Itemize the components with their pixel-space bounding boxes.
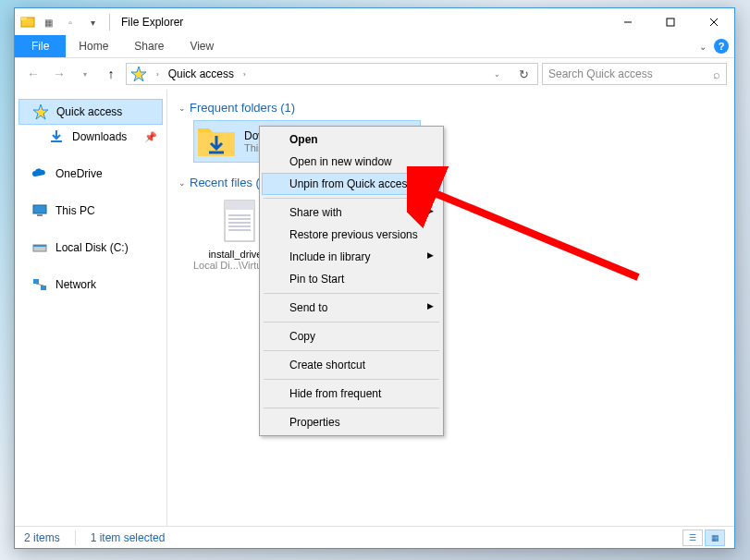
sidebar-item-label: OneDrive — [55, 167, 103, 180]
onedrive-icon — [31, 165, 48, 182]
ctx-pin-start[interactable]: Pin to Start — [262, 268, 441, 290]
maximize-button[interactable] — [648, 8, 693, 36]
ctx-separator — [264, 408, 439, 408]
svg-rect-1 — [21, 18, 27, 20]
svg-rect-11 — [33, 245, 46, 247]
status-separator — [75, 530, 76, 545]
address-bar[interactable]: › Quick access › ⌄ ↻ — [126, 63, 538, 85]
thispc-icon — [31, 202, 48, 219]
ctx-copy[interactable]: Copy — [262, 325, 441, 347]
tab-share[interactable]: Share — [121, 35, 177, 57]
ctx-open-new-window[interactable]: Open in new window — [262, 151, 441, 173]
tab-home[interactable]: Home — [66, 35, 121, 57]
file-menu[interactable]: File — [15, 35, 66, 57]
svg-rect-13 — [41, 286, 46, 290]
collapse-icon[interactable]: ⌄ — [178, 178, 186, 188]
statusbar: 2 items 1 item selected ☰ ▦ — [15, 526, 734, 548]
submenu-arrow-icon: ▶ — [427, 250, 434, 260]
search-icon: ⌕ — [713, 67, 720, 81]
pin-icon: 📌 — [144, 131, 157, 143]
ctx-include-library[interactable]: Include in library▶ — [262, 246, 441, 268]
view-toggle: ☰ ▦ — [682, 530, 725, 546]
content-pane: ⌄ Frequent folders (1) Downloads This PC… — [167, 90, 734, 526]
collapse-icon[interactable]: ⌄ — [178, 103, 186, 113]
folder-downloads-icon — [196, 123, 237, 160]
svg-marker-6 — [131, 67, 146, 81]
ctx-send-to[interactable]: Send to▶ — [262, 297, 441, 319]
submenu-arrow-icon: ▶ — [427, 206, 434, 215]
ctx-share-with[interactable]: Share with▶ — [262, 201, 441, 224]
ribbon-tabs: File Home Share View ⌄ ? — [15, 36, 734, 58]
svg-rect-9 — [37, 214, 43, 216]
svg-rect-8 — [33, 205, 46, 213]
tab-view[interactable]: View — [177, 35, 227, 57]
titlebar-left: ▦ ▫ ▾ File Explorer — [15, 13, 183, 31]
ctx-separator — [264, 322, 439, 323]
forward-button[interactable]: → — [48, 63, 70, 85]
svg-rect-19 — [225, 201, 254, 210]
ctx-hide-frequent[interactable]: Hide from frequent — [262, 383, 441, 405]
qat-dropdown-icon[interactable]: ▾ — [83, 13, 102, 31]
close-button[interactable] — [693, 8, 734, 36]
up-button[interactable]: ↑ — [100, 63, 122, 85]
search-placeholder: Search Quick access — [548, 67, 653, 80]
ctx-separator — [264, 198, 439, 199]
svg-rect-3 — [667, 18, 674, 26]
sidebar-item-this-pc[interactable]: This PC — [15, 199, 166, 223]
sidebar-item-label: Local Disk (C:) — [55, 241, 129, 254]
titlebar: ▦ ▫ ▾ File Explorer — [15, 8, 734, 36]
details-view-button[interactable]: ☰ — [682, 530, 703, 546]
address-segment[interactable]: Quick access — [168, 67, 234, 80]
ctx-properties[interactable]: Properties — [262, 411, 441, 433]
ctx-separator — [264, 350, 439, 351]
sidebar-item-label: Network — [55, 278, 96, 291]
disk-icon — [31, 239, 48, 256]
refresh-button[interactable]: ↻ — [513, 67, 534, 81]
svg-marker-16 — [198, 128, 213, 132]
text-file-icon — [219, 199, 260, 243]
qat-newfolder-icon[interactable]: ▫ — [61, 13, 80, 31]
chevron-right-icon[interactable]: › — [243, 70, 246, 79]
navigation-bar: ← → ▾ ↑ › Quick access › ⌄ ↻ Search Quic… — [15, 58, 734, 90]
titlebar-separator — [109, 14, 110, 30]
sidebar-item-local-disk[interactable]: Local Disk (C:) — [15, 236, 166, 260]
ctx-restore-versions[interactable]: Restore previous versions — [262, 224, 441, 246]
ribbon-expand-icon[interactable]: ⌄ — [699, 42, 707, 52]
minimize-button[interactable] — [607, 8, 648, 36]
ctx-open[interactable]: Open — [262, 128, 441, 151]
network-icon — [31, 276, 48, 293]
help-icon[interactable]: ? — [714, 39, 729, 54]
window-title: File Explorer — [121, 16, 183, 29]
sidebar-item-label: This PC — [55, 204, 95, 217]
app-icon — [20, 15, 35, 30]
sidebar-item-label: Quick access — [56, 105, 122, 118]
ctx-separator — [264, 379, 439, 380]
status-selection-count: 1 item selected — [91, 531, 166, 544]
ribbon-right: ⌄ ? — [699, 39, 729, 54]
star-icon — [32, 103, 49, 120]
sidebar-item-downloads[interactable]: Downloads 📌 — [15, 125, 166, 149]
navigation-pane: Quick access Downloads 📌 OneDrive This P… — [15, 90, 167, 526]
recent-locations-button[interactable]: ▾ — [74, 63, 96, 85]
ctx-unpin-quick-access[interactable]: Unpin from Quick access — [262, 173, 441, 195]
sidebar-item-onedrive[interactable]: OneDrive — [15, 162, 166, 186]
back-button[interactable]: ← — [22, 63, 44, 85]
window-controls — [607, 8, 734, 36]
status-items-count: 2 items — [24, 531, 60, 544]
ctx-separator — [264, 293, 439, 294]
address-dropdown-icon[interactable]: ⌄ — [494, 70, 500, 79]
quick-access-icon — [130, 66, 147, 82]
ctx-create-shortcut[interactable]: Create shortcut — [262, 354, 441, 376]
sidebar-item-quick-access[interactable]: Quick access — [18, 99, 163, 125]
icons-view-button[interactable]: ▦ — [705, 530, 725, 546]
context-menu: Open Open in new window Unpin from Quick… — [259, 126, 444, 436]
qat-properties-icon[interactable]: ▦ — [39, 13, 57, 31]
sidebar-item-network[interactable]: Network — [15, 273, 166, 297]
group-header-frequent[interactable]: ⌄ Frequent folders (1) — [178, 97, 723, 118]
submenu-arrow-icon: ▶ — [427, 301, 434, 310]
chevron-right-icon[interactable]: › — [156, 70, 159, 79]
svg-marker-7 — [33, 104, 48, 119]
svg-line-14 — [36, 284, 43, 286]
search-input[interactable]: Search Quick access ⌕ — [542, 63, 727, 85]
svg-rect-12 — [33, 279, 39, 284]
